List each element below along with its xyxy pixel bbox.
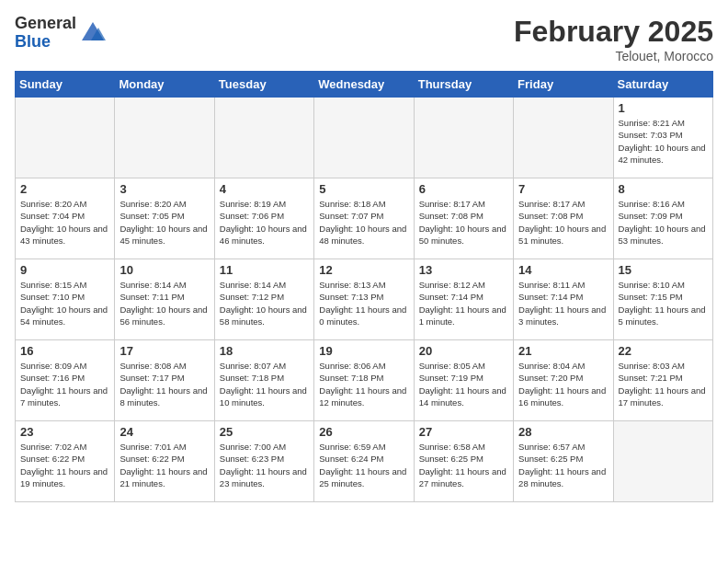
calendar-table: SundayMondayTuesdayWednesdayThursdayFrid… — [15, 71, 713, 502]
calendar-cell: 25Sunrise: 7:00 AM Sunset: 6:23 PM Dayli… — [214, 421, 313, 502]
weekday-header-row: SundayMondayTuesdayWednesdayThursdayFrid… — [16, 72, 713, 98]
calendar-cell: 19Sunrise: 8:06 AM Sunset: 7:18 PM Dayli… — [314, 340, 414, 421]
day-info: Sunrise: 8:09 AM Sunset: 7:16 PM Dayligh… — [20, 360, 109, 408]
day-number: 4 — [220, 182, 309, 196]
day-info: Sunrise: 8:07 AM Sunset: 7:18 PM Dayligh… — [220, 360, 309, 408]
calendar-cell: 11Sunrise: 8:14 AM Sunset: 7:12 PM Dayli… — [214, 259, 313, 340]
calendar-cell: 9Sunrise: 8:15 AM Sunset: 7:10 PM Daylig… — [16, 259, 115, 340]
day-info: Sunrise: 8:14 AM Sunset: 7:12 PM Dayligh… — [220, 279, 309, 327]
calendar-cell — [214, 98, 313, 178]
day-number: 2 — [20, 182, 109, 196]
day-number: 9 — [20, 263, 109, 277]
day-info: Sunrise: 7:00 AM Sunset: 6:23 PM Dayligh… — [220, 441, 309, 489]
day-number: 7 — [518, 182, 608, 196]
day-number: 14 — [518, 263, 608, 277]
calendar-cell: 15Sunrise: 8:10 AM Sunset: 7:15 PM Dayli… — [613, 259, 712, 340]
day-number: 24 — [119, 425, 209, 439]
day-info: Sunrise: 8:17 AM Sunset: 7:08 PM Dayligh… — [518, 198, 608, 247]
day-info: Sunrise: 7:01 AM Sunset: 6:22 PM Dayligh… — [119, 441, 209, 489]
calendar-cell: 8Sunrise: 8:16 AM Sunset: 7:09 PM Daylig… — [613, 178, 712, 259]
logo-icon — [80, 20, 106, 46]
weekday-header: Saturday — [613, 72, 712, 98]
calendar-cell: 28Sunrise: 6:57 AM Sunset: 6:25 PM Dayli… — [514, 421, 613, 502]
calendar-cell: 5Sunrise: 8:18 AM Sunset: 7:07 PM Daylig… — [314, 178, 414, 259]
weekday-header: Thursday — [414, 72, 513, 98]
day-number: 26 — [319, 425, 408, 439]
day-number: 5 — [319, 182, 408, 196]
calendar-cell — [115, 98, 214, 178]
day-info: Sunrise: 6:59 AM Sunset: 6:24 PM Dayligh… — [319, 441, 408, 489]
calendar-cell: 27Sunrise: 6:58 AM Sunset: 6:25 PM Dayli… — [414, 421, 513, 502]
day-number: 12 — [319, 263, 408, 277]
day-info: Sunrise: 8:03 AM Sunset: 7:21 PM Dayligh… — [619, 360, 708, 408]
page-header: General Blue February 2025 Telouet, Moro… — [15, 15, 713, 63]
week-row: 9Sunrise: 8:15 AM Sunset: 7:10 PM Daylig… — [16, 259, 713, 340]
calendar-cell — [414, 98, 513, 178]
day-info: Sunrise: 8:04 AM Sunset: 7:20 PM Dayligh… — [518, 360, 608, 408]
calendar-cell: 4Sunrise: 8:19 AM Sunset: 7:06 PM Daylig… — [214, 178, 313, 259]
weekday-header: Wednesday — [314, 72, 414, 98]
day-number: 22 — [619, 344, 708, 358]
month-title: February 2025 — [514, 15, 713, 49]
calendar-cell: 18Sunrise: 8:07 AM Sunset: 7:18 PM Dayli… — [214, 340, 313, 421]
calendar-cell — [16, 98, 115, 178]
day-number: 10 — [119, 263, 209, 277]
week-row: 16Sunrise: 8:09 AM Sunset: 7:16 PM Dayli… — [16, 340, 713, 421]
calendar-cell: 10Sunrise: 8:14 AM Sunset: 7:11 PM Dayli… — [115, 259, 214, 340]
day-number: 13 — [419, 263, 508, 277]
day-info: Sunrise: 8:20 AM Sunset: 7:05 PM Dayligh… — [119, 198, 209, 247]
day-info: Sunrise: 8:14 AM Sunset: 7:11 PM Dayligh… — [119, 279, 209, 327]
day-number: 16 — [20, 344, 109, 358]
calendar-cell: 6Sunrise: 8:17 AM Sunset: 7:08 PM Daylig… — [414, 178, 513, 259]
day-info: Sunrise: 8:08 AM Sunset: 7:17 PM Dayligh… — [119, 360, 209, 408]
logo: General Blue — [15, 15, 106, 52]
day-info: Sunrise: 8:16 AM Sunset: 7:09 PM Dayligh… — [619, 198, 708, 247]
calendar-cell: 22Sunrise: 8:03 AM Sunset: 7:21 PM Dayli… — [613, 340, 712, 421]
day-number: 8 — [619, 182, 708, 196]
calendar-cell: 17Sunrise: 8:08 AM Sunset: 7:17 PM Dayli… — [115, 340, 214, 421]
day-info: Sunrise: 8:17 AM Sunset: 7:08 PM Dayligh… — [419, 198, 508, 247]
day-number: 21 — [518, 344, 608, 358]
day-info: Sunrise: 8:06 AM Sunset: 7:18 PM Dayligh… — [319, 360, 408, 408]
day-info: Sunrise: 6:58 AM Sunset: 6:25 PM Dayligh… — [419, 441, 508, 489]
day-number: 20 — [419, 344, 508, 358]
calendar-cell: 16Sunrise: 8:09 AM Sunset: 7:16 PM Dayli… — [16, 340, 115, 421]
day-info: Sunrise: 8:21 AM Sunset: 7:03 PM Dayligh… — [619, 117, 708, 166]
weekday-header: Sunday — [16, 72, 115, 98]
weekday-header: Monday — [115, 72, 214, 98]
calendar-cell — [314, 98, 414, 178]
week-row: 23Sunrise: 7:02 AM Sunset: 6:22 PM Dayli… — [16, 421, 713, 502]
calendar-cell: 21Sunrise: 8:04 AM Sunset: 7:20 PM Dayli… — [514, 340, 613, 421]
logo-general: General — [15, 15, 76, 33]
day-number: 11 — [220, 263, 309, 277]
day-number: 25 — [220, 425, 309, 439]
day-info: Sunrise: 8:10 AM Sunset: 7:15 PM Dayligh… — [619, 279, 708, 327]
title-section: February 2025 Telouet, Morocco — [514, 15, 713, 63]
day-number: 15 — [619, 263, 708, 277]
weekday-header: Friday — [514, 72, 613, 98]
logo-blue: Blue — [15, 33, 76, 52]
day-info: Sunrise: 8:20 AM Sunset: 7:04 PM Dayligh… — [20, 198, 109, 247]
day-number: 19 — [319, 344, 408, 358]
calendar-cell: 3Sunrise: 8:20 AM Sunset: 7:05 PM Daylig… — [115, 178, 214, 259]
calendar-cell: 13Sunrise: 8:12 AM Sunset: 7:14 PM Dayli… — [414, 259, 513, 340]
day-info: Sunrise: 8:19 AM Sunset: 7:06 PM Dayligh… — [220, 198, 309, 247]
day-number: 23 — [20, 425, 109, 439]
day-info: Sunrise: 8:12 AM Sunset: 7:14 PM Dayligh… — [419, 279, 508, 327]
calendar-cell: 23Sunrise: 7:02 AM Sunset: 6:22 PM Dayli… — [16, 421, 115, 502]
calendar-cell: 12Sunrise: 8:13 AM Sunset: 7:13 PM Dayli… — [314, 259, 414, 340]
calendar-cell — [613, 421, 712, 502]
week-row: 2Sunrise: 8:20 AM Sunset: 7:04 PM Daylig… — [16, 178, 713, 259]
day-info: Sunrise: 8:15 AM Sunset: 7:10 PM Dayligh… — [20, 279, 109, 327]
day-info: Sunrise: 7:02 AM Sunset: 6:22 PM Dayligh… — [20, 441, 109, 489]
day-info: Sunrise: 8:13 AM Sunset: 7:13 PM Dayligh… — [319, 279, 408, 327]
calendar-cell: 1Sunrise: 8:21 AM Sunset: 7:03 PM Daylig… — [613, 98, 712, 178]
calendar-cell: 14Sunrise: 8:11 AM Sunset: 7:14 PM Dayli… — [514, 259, 613, 340]
day-number: 6 — [419, 182, 508, 196]
location-subtitle: Telouet, Morocco — [514, 49, 713, 63]
day-info: Sunrise: 8:11 AM Sunset: 7:14 PM Dayligh… — [518, 279, 608, 327]
calendar-cell: 24Sunrise: 7:01 AM Sunset: 6:22 PM Dayli… — [115, 421, 214, 502]
calendar-cell — [514, 98, 613, 178]
calendar-cell: 2Sunrise: 8:20 AM Sunset: 7:04 PM Daylig… — [16, 178, 115, 259]
calendar-cell: 20Sunrise: 8:05 AM Sunset: 7:19 PM Dayli… — [414, 340, 513, 421]
